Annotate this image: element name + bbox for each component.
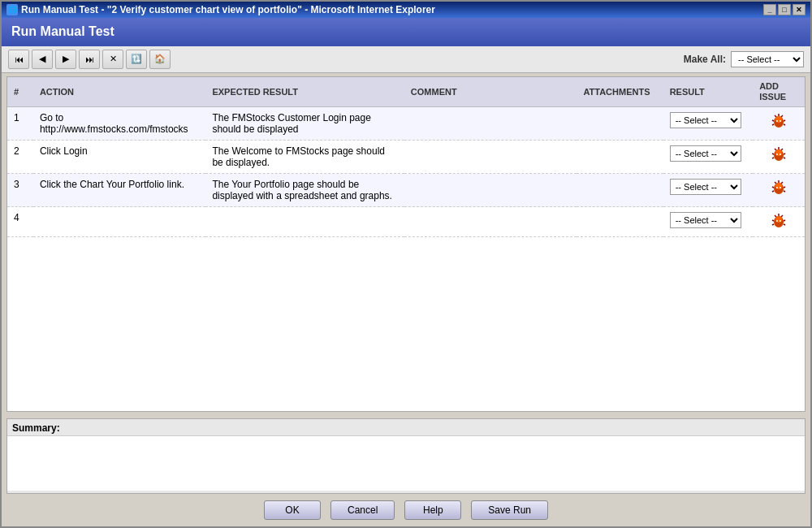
row-action: Click the Chart Your Portfolio link. bbox=[33, 174, 206, 207]
row-result-cell: -- Select --PassFailBlockedNot Run bbox=[663, 141, 754, 174]
svg-point-23 bbox=[775, 183, 782, 189]
row-attachments bbox=[577, 174, 663, 207]
svg-point-1 bbox=[775, 116, 782, 123]
add-issue-button[interactable] bbox=[769, 212, 788, 230]
last-button[interactable]: ⏭ bbox=[79, 50, 100, 69]
svg-line-41 bbox=[784, 224, 785, 225]
page-title: Run Manual Test bbox=[11, 24, 114, 39]
svg-line-37 bbox=[781, 215, 783, 217]
refresh-button[interactable]: 🔃 bbox=[126, 50, 147, 69]
col-header-result: RESULT bbox=[663, 77, 754, 107]
row-action bbox=[33, 207, 206, 237]
next-button[interactable]: ▶ bbox=[55, 50, 76, 69]
svg-line-25 bbox=[775, 182, 776, 184]
prev-button[interactable]: ◀ bbox=[32, 50, 53, 69]
svg-line-40 bbox=[772, 224, 774, 225]
svg-line-15 bbox=[781, 149, 783, 150]
add-issue-button[interactable] bbox=[769, 145, 788, 163]
table-row: 3Click the Chart Your Portfolio link.The… bbox=[7, 174, 805, 207]
svg-line-29 bbox=[772, 191, 774, 192]
row-add-issue-cell bbox=[753, 107, 805, 141]
row-attachments bbox=[577, 107, 663, 141]
minimize-button[interactable]: _ bbox=[763, 4, 776, 15]
main-content: # ACTION EXPECTED RESULT COMMENT ATTACHM… bbox=[6, 76, 806, 412]
svg-point-34 bbox=[775, 216, 782, 223]
svg-line-36 bbox=[775, 215, 776, 217]
table-row: 2Click LoginThe Welcome to FMStocks page… bbox=[7, 141, 805, 174]
col-header-expected: EXPECTED RESULT bbox=[205, 77, 404, 107]
bottom-bar: OK Cancel Help Save Run bbox=[2, 494, 810, 526]
svg-line-7 bbox=[772, 124, 774, 125]
row-comment bbox=[404, 174, 577, 207]
row-num: 1 bbox=[7, 107, 33, 141]
svg-line-16 bbox=[772, 154, 774, 154]
col-header-add-issue: ADDISSUE bbox=[753, 77, 805, 107]
svg-point-12 bbox=[775, 149, 782, 156]
row-num: 3 bbox=[7, 174, 33, 207]
row-num: 4 bbox=[7, 207, 33, 237]
svg-line-27 bbox=[772, 187, 774, 188]
svg-line-19 bbox=[784, 158, 785, 158]
col-header-attachments: ATTACHMENTS bbox=[577, 77, 663, 107]
svg-point-42 bbox=[776, 220, 778, 222]
svg-point-43 bbox=[780, 220, 781, 222]
first-button[interactable]: ⏮ bbox=[8, 50, 29, 69]
row-num: 2 bbox=[7, 141, 33, 174]
close-button[interactable]: ✕ bbox=[793, 4, 806, 15]
svg-line-4 bbox=[781, 115, 783, 117]
row-comment bbox=[404, 107, 577, 141]
result-select[interactable]: -- Select --PassFailBlockedNot Run bbox=[670, 179, 741, 195]
result-select[interactable]: -- Select --PassFailBlockedNot Run bbox=[670, 212, 741, 228]
result-select[interactable]: -- Select --PassFailBlockedNot Run bbox=[670, 145, 741, 162]
result-select[interactable]: -- Select --PassFailBlockedNot Run bbox=[670, 112, 741, 128]
svg-line-8 bbox=[784, 124, 785, 125]
maximize-button[interactable]: □ bbox=[778, 4, 791, 15]
col-header-comment: COMMENT bbox=[404, 77, 577, 107]
svg-line-26 bbox=[781, 182, 783, 184]
test-table: # ACTION EXPECTED RESULT COMMENT ATTACHM… bbox=[7, 77, 805, 237]
home-button[interactable]: 🏠 bbox=[149, 50, 171, 69]
row-add-issue-cell bbox=[753, 141, 805, 174]
svg-line-39 bbox=[784, 220, 785, 221]
row-action: Go to http://www.fmstocks.com/fmstocks bbox=[33, 107, 206, 141]
row-result-cell: -- Select --PassFailBlockedNot Run bbox=[663, 107, 754, 141]
table-row: 1Go to http://www.fmstocks.com/fmstocksT… bbox=[7, 107, 805, 141]
svg-line-30 bbox=[784, 191, 785, 192]
add-issue-button[interactable] bbox=[769, 179, 788, 197]
col-header-action: ACTION bbox=[33, 77, 206, 107]
svg-point-20 bbox=[776, 154, 778, 155]
col-header-num: # bbox=[7, 77, 33, 107]
svg-line-6 bbox=[784, 120, 785, 121]
svg-point-32 bbox=[780, 187, 781, 188]
row-expected: The Welcome to FMStocks page should be d… bbox=[205, 141, 404, 174]
make-all-select[interactable]: -- Select -- Pass Fail Blocked Not Run bbox=[731, 51, 804, 67]
add-issue-button[interactable] bbox=[769, 112, 788, 130]
svg-line-28 bbox=[784, 187, 785, 188]
row-expected bbox=[205, 207, 404, 237]
row-expected: The FMStocks Customer Login page should … bbox=[205, 107, 404, 141]
app-header: Run Manual Test bbox=[2, 18, 810, 46]
row-add-issue-cell bbox=[753, 174, 805, 207]
stop-button[interactable]: ✕ bbox=[102, 50, 123, 69]
svg-point-10 bbox=[780, 120, 781, 122]
table-header-row: # ACTION EXPECTED RESULT COMMENT ATTACHM… bbox=[7, 77, 805, 107]
ok-button[interactable]: OK bbox=[264, 500, 321, 520]
svg-point-9 bbox=[776, 120, 778, 122]
app-icon: 🌐 bbox=[6, 4, 18, 15]
save-run-button[interactable]: Save Run bbox=[471, 500, 548, 520]
row-expected: The Your Portfolio page should be displa… bbox=[205, 174, 404, 207]
title-bar: 🌐 Run Manual Test - "2 Verify customer c… bbox=[2, 2, 810, 18]
help-button[interactable]: Help bbox=[404, 500, 461, 520]
summary-label: Summary: bbox=[7, 419, 805, 435]
window-title: Run Manual Test - "2 Verify customer cha… bbox=[21, 4, 435, 15]
cancel-button[interactable]: Cancel bbox=[330, 500, 395, 520]
row-action: Click Login bbox=[33, 141, 206, 174]
svg-line-3 bbox=[775, 115, 776, 117]
svg-line-18 bbox=[772, 158, 774, 158]
summary-textarea[interactable] bbox=[7, 435, 805, 491]
row-attachments bbox=[577, 141, 663, 174]
make-all-label: Make All: bbox=[684, 54, 726, 65]
row-result-cell: -- Select --PassFailBlockedNot Run bbox=[663, 174, 754, 207]
row-result-cell: -- Select --PassFailBlockedNot Run bbox=[663, 207, 754, 237]
svg-point-21 bbox=[780, 154, 781, 155]
